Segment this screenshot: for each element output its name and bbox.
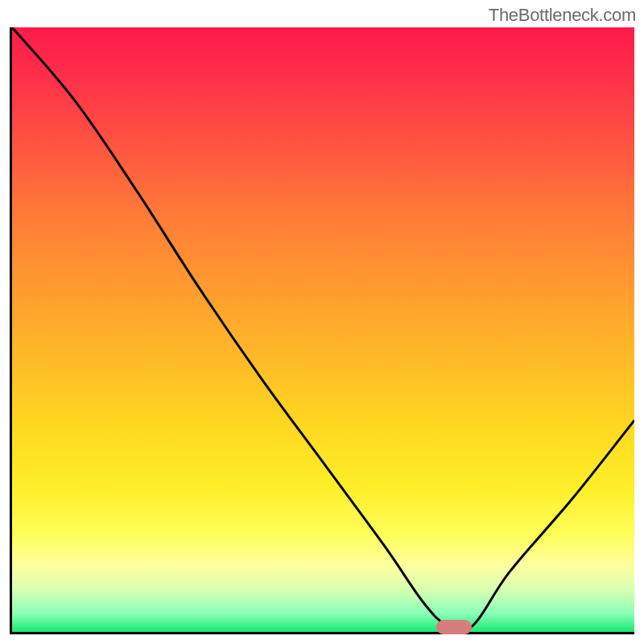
watermark-text: TheBottleneck.com — [489, 5, 636, 26]
plot-area — [10, 27, 634, 634]
optimal-marker — [436, 620, 472, 634]
bottleneck-curve — [12, 27, 634, 632]
